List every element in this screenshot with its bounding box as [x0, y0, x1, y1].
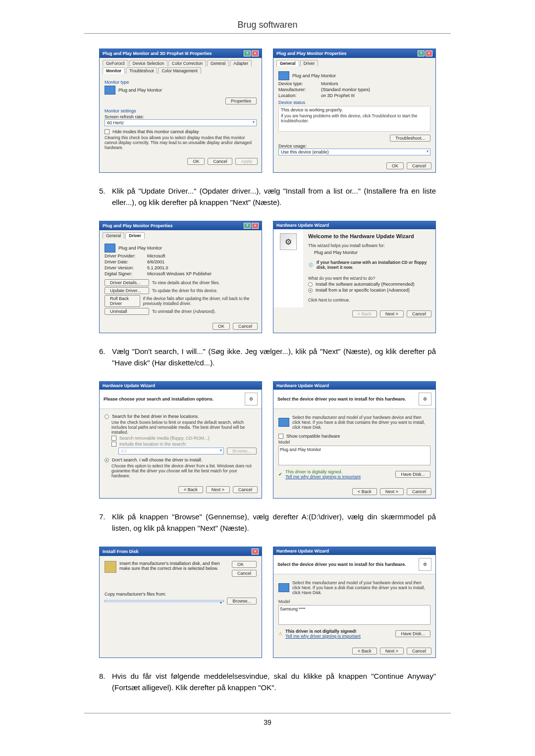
have-disk-button[interactable]: Have Disk...	[395, 630, 430, 637]
close-icon[interactable]: ×	[252, 50, 259, 56]
back-button: < Back	[352, 310, 377, 317]
rollback-text: If the device fails after updating the d…	[143, 296, 257, 306]
provider-value: Microsoft	[147, 253, 165, 258]
device-usage-label: Device usage:	[278, 144, 430, 149]
troubleshoot-button[interactable]: Troubleshoot...	[390, 135, 430, 142]
wizard-continue-text: Click Next to continue.	[308, 298, 430, 302]
cancel-button[interactable]: Cancel	[407, 162, 431, 169]
browse-button[interactable]: Browse...	[227, 598, 257, 605]
monitor-icon	[278, 71, 289, 80]
radio-list[interactable]	[308, 288, 313, 293]
model-item[interactable]: Samsung ****	[280, 606, 306, 611]
banner-text: Select the device driver you want to ins…	[277, 562, 406, 567]
update-driver-button[interactable]: Update Driver...	[105, 287, 149, 294]
cancel-button[interactable]: Cancel	[233, 323, 258, 330]
search-note: Use the check boxes below to limit or ex…	[111, 420, 257, 435]
ok-button[interactable]: OK	[386, 162, 404, 169]
dialog-title: Hardware Update Wizard	[103, 383, 155, 388]
back-button[interactable]: < Back	[352, 648, 377, 655]
signing-link[interactable]: Tell me why driver signing is important	[285, 474, 361, 479]
next-button[interactable]: Next >	[380, 648, 404, 655]
model-header: Model	[278, 599, 430, 604]
refresh-rate-select[interactable]: 60 Hertz	[105, 119, 257, 126]
radio-dont-search[interactable]	[105, 458, 109, 462]
close-icon[interactable]: ×	[426, 50, 432, 56]
tab-general[interactable]: General	[276, 60, 299, 66]
cd-hint: If your hardware came with an installati…	[317, 260, 430, 270]
properties-button[interactable]: Properties	[225, 98, 257, 104]
radio-search[interactable]	[105, 414, 109, 419]
tab-driver[interactable]: Driver	[300, 60, 319, 66]
model-listbox[interactable]: Samsung ****	[278, 605, 430, 625]
uninstall-text: To uninstall the driver (Advanced).	[152, 309, 216, 314]
next-button[interactable]: Next >	[380, 310, 404, 317]
tab-monitor[interactable]: Monitor	[103, 67, 125, 74]
signing-link[interactable]: Tell me why driver signing is important	[285, 634, 361, 639]
uninstall-button[interactable]: Uninstall	[105, 308, 149, 315]
dialog-title: Install From Disk	[103, 549, 139, 554]
wizard-device-name: Plug and Play Monitor	[314, 250, 430, 255]
devtype-label: Device type:	[278, 81, 318, 86]
close-icon[interactable]: ×	[252, 549, 259, 554]
tab-device-selection[interactable]: Device Selection	[129, 60, 167, 66]
driver-details-button[interactable]: Driver Details...	[105, 279, 149, 286]
rollback-button[interactable]: Roll Back Driver	[105, 295, 140, 307]
device-status-label: Device status	[278, 100, 430, 105]
cancel-button[interactable]: Cancel	[407, 310, 431, 317]
back-button[interactable]: < Back	[178, 486, 203, 493]
cancel-button[interactable]: Cancel	[208, 158, 232, 165]
wizard-icon: ⚙	[280, 233, 297, 250]
step-8: Hvis du får vist følgende meddelelsesvin…	[99, 671, 436, 693]
radio-auto[interactable]	[308, 282, 313, 287]
back-button[interactable]: < Back	[352, 488, 377, 495]
tab-general[interactable]: General	[103, 232, 124, 239]
ok-button[interactable]: OK	[232, 561, 257, 568]
help-icon[interactable]: ?	[244, 50, 251, 56]
next-button[interactable]: Next >	[206, 486, 230, 493]
dialog-title: Hardware Update Wizard	[276, 223, 329, 228]
dialog-title: Plug and Play Monitor Properties	[276, 51, 347, 56]
help-icon[interactable]: ?	[244, 223, 251, 229]
device-status-help: If you are having problems with this dev…	[281, 113, 428, 123]
cancel-button[interactable]: Cancel	[232, 570, 257, 577]
ok-button[interactable]: OK	[213, 323, 230, 330]
location-value: on 3D Prophet III	[321, 93, 355, 98]
have-disk-button[interactable]: Have Disk...	[395, 471, 430, 478]
update-driver-text: To update the driver for this device.	[152, 288, 217, 293]
dialog-title: Hardware Update Wizard	[276, 383, 329, 388]
ok-button[interactable]: OK	[187, 158, 205, 165]
tab-troubleshoot[interactable]: Troubleshoot	[126, 67, 157, 74]
radio-auto-label: Install the software automatically (Reco…	[316, 282, 415, 287]
monitor-settings-label: Monitor settings	[105, 108, 257, 113]
model-item[interactable]: Plug and Play Monitor	[280, 447, 321, 452]
path-select: A:\	[118, 448, 224, 454]
help-icon[interactable]: ?	[418, 50, 425, 56]
dialog-title: Hardware Update Wizard	[276, 549, 329, 554]
tab-geforce[interactable]: GeForce3	[103, 60, 128, 66]
install-from-disk-dialog: Install From Disk × Insert the manufactu…	[99, 547, 262, 658]
radio-list-label: Install from a list or specific location…	[316, 288, 410, 293]
apply-button: Apply	[235, 158, 258, 165]
cancel-button[interactable]: Cancel	[407, 488, 431, 495]
cancel-button[interactable]: Cancel	[407, 648, 431, 655]
not-signed-text: This driver is not digitally signed!	[285, 629, 357, 634]
page-number: 39	[84, 718, 451, 726]
tab-general[interactable]: General	[207, 60, 229, 66]
device-usage-select[interactable]: Use this device (enable)	[278, 149, 430, 155]
tab-adapter[interactable]: Adapter	[230, 60, 252, 66]
tab-color-correction[interactable]: Color Correction	[168, 60, 206, 66]
close-icon[interactable]: ×	[252, 223, 259, 229]
hide-modes-label: Hide modes that this monitor cannot disp…	[112, 129, 199, 134]
tab-color-management[interactable]: Color Management	[158, 67, 201, 74]
monitor-type-value: Plug and Play Monitor	[118, 88, 162, 93]
cancel-button[interactable]: Cancel	[233, 486, 258, 493]
step-7: Klik på knappen "Browse" (Gennemse), væl…	[99, 511, 436, 534]
wizard-helps-text: This wizard helps you install software f…	[308, 243, 430, 248]
model-listbox[interactable]: Plug and Play Monitor	[278, 446, 430, 465]
tab-driver[interactable]: Driver	[125, 232, 145, 239]
copy-from-path[interactable]	[105, 600, 224, 602]
show-compat-checkbox[interactable]	[278, 434, 283, 439]
hide-modes-checkbox[interactable]	[105, 129, 109, 134]
signed-icon: ✔	[278, 472, 282, 477]
next-button[interactable]: Next >	[380, 488, 404, 495]
